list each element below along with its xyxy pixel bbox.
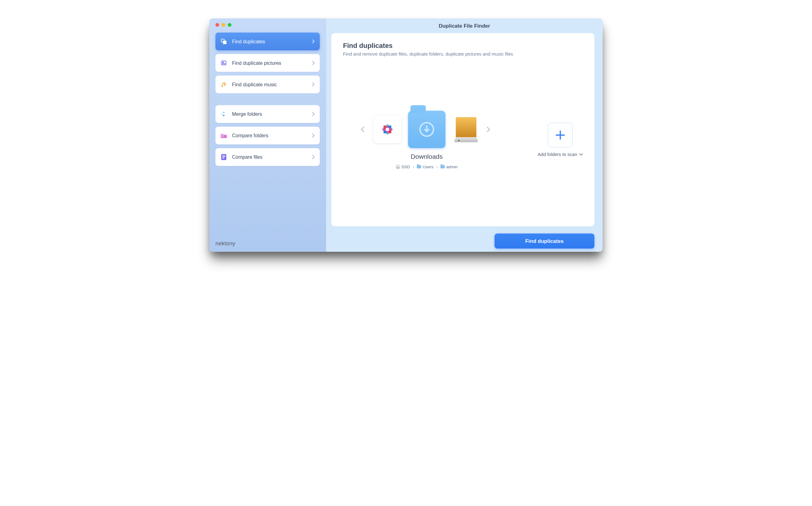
breadcrumb-segment[interactable]: admin xyxy=(441,164,458,169)
duplicates-icon xyxy=(220,38,227,45)
window-controls xyxy=(215,23,320,27)
carousel-prev-button[interactable] xyxy=(361,126,367,132)
disk-icon xyxy=(396,165,400,169)
sidebar-item-find-duplicate-pictures[interactable]: Find duplicate pictures xyxy=(215,54,320,72)
main-area: Duplicate File Finder Find duplicates Fi… xyxy=(326,18,603,252)
sidebar-item-label: Compare files xyxy=(232,154,312,160)
sidebar-item-merge-folders[interactable]: Merge folders xyxy=(215,105,320,123)
sidebar-item-label: Compare folders xyxy=(232,133,312,139)
chevron-right-icon xyxy=(312,155,315,159)
minimize-window-button[interactable] xyxy=(222,23,225,27)
breadcrumb-segment[interactable]: SSD xyxy=(396,164,410,169)
window-title: Duplicate File Finder xyxy=(326,18,603,33)
sidebar-item-label: Find duplicate music xyxy=(232,82,312,87)
selected-source-path: SSD › Users › admin xyxy=(396,164,458,169)
panel-subheading: Find and remove duplicate files, duplica… xyxy=(343,51,583,57)
chevron-down-icon xyxy=(579,154,583,156)
svg-rect-1 xyxy=(223,41,226,44)
downloads-folder-icon xyxy=(418,121,435,138)
sidebar-item-find-duplicate-music[interactable]: Find duplicate music xyxy=(215,76,320,93)
photos-app-icon xyxy=(378,120,397,139)
sidebar-item-label: Find duplicates xyxy=(232,39,312,45)
chevron-right-icon xyxy=(312,83,315,87)
breadcrumb-segment[interactable]: Users xyxy=(417,164,433,169)
breadcrumb-separator: › xyxy=(436,164,438,169)
svg-rect-18 xyxy=(458,140,460,141)
compare-folders-icon xyxy=(220,132,227,140)
brand-logo: nektony xyxy=(215,240,235,247)
external-disk-icon xyxy=(453,115,479,143)
panel-heading: Find duplicates xyxy=(343,42,583,50)
source-downloads-folder[interactable] xyxy=(408,110,445,148)
source-carousel xyxy=(361,110,492,148)
close-window-button[interactable] xyxy=(215,23,219,27)
source-external-disk[interactable] xyxy=(452,115,480,143)
sidebar-item-label: Merge folders xyxy=(232,111,312,117)
selected-source-name: Downloads xyxy=(411,153,443,160)
svg-rect-5 xyxy=(222,155,225,156)
svg-rect-7 xyxy=(222,158,224,158)
folder-icon xyxy=(441,165,445,169)
sidebar: Find duplicates Find duplicate pictures xyxy=(209,18,326,252)
sidebar-item-find-duplicates[interactable]: Find duplicates xyxy=(215,32,320,50)
chevron-right-icon xyxy=(312,134,315,138)
music-icon xyxy=(220,81,227,88)
chevron-right-icon xyxy=(312,39,315,44)
svg-point-16 xyxy=(386,128,389,131)
action-bar: Find duplicates xyxy=(326,230,603,252)
svg-rect-6 xyxy=(222,157,225,157)
sidebar-nav: Find duplicates Find duplicate pictures xyxy=(215,32,320,166)
chevron-right-icon xyxy=(312,112,315,116)
sidebar-item-compare-folders[interactable]: Compare folders xyxy=(215,127,320,145)
add-folders-area: Add folders to scan xyxy=(538,123,583,157)
sidebar-divider xyxy=(209,99,326,99)
sidebar-item-compare-files[interactable]: Compare files xyxy=(215,148,320,166)
app-window: Find duplicates Find duplicate pictures xyxy=(209,18,603,252)
picture-icon xyxy=(220,59,227,67)
content-panel: Find duplicates Find and remove duplicat… xyxy=(331,33,594,226)
compare-files-icon xyxy=(220,154,227,161)
add-folders-dropdown[interactable]: Add folders to scan xyxy=(538,152,583,157)
breadcrumb-separator: › xyxy=(413,164,414,169)
source-photos-library[interactable] xyxy=(374,115,401,143)
sidebar-item-label: Find duplicate pictures xyxy=(232,60,312,66)
merge-icon xyxy=(220,110,227,118)
sources-area: Downloads SSD › Users › xyxy=(343,60,583,220)
chevron-right-icon xyxy=(312,61,315,65)
find-duplicates-button[interactable]: Find duplicates xyxy=(494,234,594,249)
zoom-window-button[interactable] xyxy=(228,23,231,27)
add-folder-button[interactable] xyxy=(548,123,572,148)
svg-point-3 xyxy=(222,62,223,63)
folder-icon xyxy=(417,165,421,169)
carousel-next-button[interactable] xyxy=(486,126,492,132)
